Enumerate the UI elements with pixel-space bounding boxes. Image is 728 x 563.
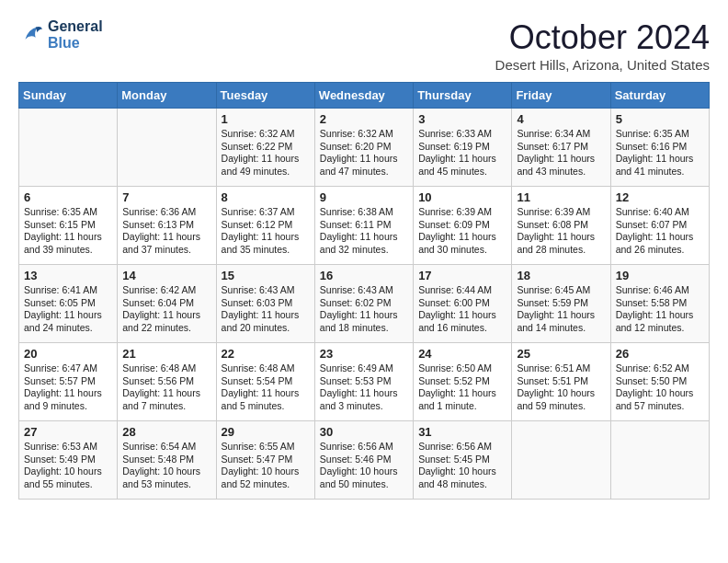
cell-text: Daylight: 11 hours and 39 minutes. [24,231,112,256]
day-number: 12 [616,190,704,204]
cell-text: Sunrise: 6:38 AM [320,206,408,219]
cell-text: Sunset: 5:50 PM [616,375,704,388]
calendar-cell: 4Sunrise: 6:34 AMSunset: 6:17 PMDaylight… [512,109,610,187]
cell-text: Daylight: 11 hours and 22 minutes. [122,309,210,334]
cell-text: Daylight: 10 hours and 59 minutes. [517,387,605,412]
calendar-cell: 2Sunrise: 6:32 AMSunset: 6:20 PMDaylight… [314,109,413,187]
cell-text: Sunrise: 6:40 AM [616,206,704,219]
cell-text: Sunset: 5:47 PM [222,454,310,466]
calendar-cell: 16Sunrise: 6:43 AMSunset: 6:02 PMDayligh… [314,265,413,343]
cell-text: Sunrise: 6:43 AM [320,284,408,297]
cell-text: Sunrise: 6:41 AM [24,284,112,297]
day-number: 7 [122,190,210,204]
cell-text: Sunrise: 6:34 AM [517,128,605,141]
calendar-cell: 27Sunrise: 6:53 AMSunset: 5:49 PMDayligh… [19,421,118,500]
calendar-cell: 23Sunrise: 6:49 AMSunset: 5:53 PMDayligh… [314,343,413,421]
cell-text: Daylight: 11 hours and 16 minutes. [418,309,506,334]
cell-text: Sunset: 5:48 PM [122,454,210,466]
cell-text: Sunrise: 6:39 AM [517,206,605,219]
cell-text: Sunrise: 6:55 AM [222,441,310,454]
calendar-cell [118,109,216,187]
cell-text: Sunrise: 6:32 AM [222,128,310,141]
cell-text: Sunrise: 6:52 AM [616,362,704,375]
cell-text: Daylight: 10 hours and 48 minutes. [418,465,506,490]
day-number: 13 [24,269,112,282]
cell-text: Daylight: 11 hours and 5 minutes. [222,387,310,412]
cell-text: Sunset: 6:13 PM [122,219,210,232]
cell-text: Sunset: 6:05 PM [24,297,112,310]
cell-text: Sunset: 5:54 PM [222,375,310,388]
cell-text: Sunrise: 6:46 AM [616,284,704,297]
calendar-week-row: 20Sunrise: 6:47 AMSunset: 5:57 PMDayligh… [19,343,710,421]
day-number: 15 [222,269,310,282]
cell-text: Daylight: 10 hours and 57 minutes. [616,387,704,412]
cell-text: Sunset: 5:46 PM [320,454,408,466]
weekday-header: Tuesday [216,83,314,109]
day-number: 29 [222,425,310,439]
cell-text: Sunrise: 6:42 AM [122,284,210,297]
cell-text: Daylight: 10 hours and 55 minutes. [24,465,112,490]
calendar-week-row: 6Sunrise: 6:35 AMSunset: 6:15 PMDaylight… [19,187,710,265]
cell-text: Sunset: 5:52 PM [418,375,506,388]
calendar-cell: 5Sunrise: 6:35 AMSunset: 6:16 PMDaylight… [610,109,709,187]
calendar-cell [512,421,610,500]
calendar-cell: 24Sunrise: 6:50 AMSunset: 5:52 PMDayligh… [414,343,512,421]
logo-line1: General [48,18,103,35]
day-number: 26 [616,347,704,361]
calendar-week-row: 1Sunrise: 6:32 AMSunset: 6:22 PMDaylight… [19,109,710,187]
day-number: 31 [418,425,506,439]
day-number: 21 [122,347,210,361]
day-number: 24 [418,347,506,361]
calendar-cell: 25Sunrise: 6:51 AMSunset: 5:51 PMDayligh… [512,343,610,421]
cell-text: Daylight: 11 hours and 49 minutes. [222,153,310,178]
cell-text: Daylight: 11 hours and 3 minutes. [320,387,408,412]
cell-text: Sunset: 5:53 PM [320,375,408,388]
calendar-cell: 28Sunrise: 6:54 AMSunset: 5:48 PMDayligh… [118,421,216,500]
cell-text: Daylight: 11 hours and 28 minutes. [517,231,605,256]
cell-text: Daylight: 11 hours and 14 minutes. [517,309,605,334]
title-area: October 2024 Desert Hills, Arizona, Unit… [495,18,710,73]
cell-text: Sunset: 6:22 PM [222,141,310,154]
day-number: 11 [517,190,605,204]
cell-text: Daylight: 11 hours and 41 minutes. [616,153,704,178]
cell-text: Sunrise: 6:43 AM [222,284,310,297]
calendar-cell: 18Sunrise: 6:45 AMSunset: 5:59 PMDayligh… [512,265,610,343]
cell-text: Daylight: 11 hours and 45 minutes. [418,153,506,178]
cell-text: Daylight: 11 hours and 1 minute. [418,387,506,412]
cell-text: Sunrise: 6:53 AM [24,441,112,454]
day-number: 18 [517,269,605,282]
cell-text: Sunrise: 6:33 AM [418,128,506,141]
cell-text: Sunset: 5:57 PM [24,375,112,388]
cell-text: Sunset: 6:15 PM [24,219,112,232]
day-number: 9 [320,190,408,204]
cell-text: Sunset: 6:17 PM [517,141,605,154]
calendar-cell: 31Sunrise: 6:56 AMSunset: 5:45 PMDayligh… [414,421,512,500]
cell-text: Daylight: 11 hours and 18 minutes. [320,309,408,334]
calendar-cell: 14Sunrise: 6:42 AMSunset: 6:04 PMDayligh… [118,265,216,343]
weekday-header: Friday [512,83,610,109]
calendar-cell: 20Sunrise: 6:47 AMSunset: 5:57 PMDayligh… [19,343,118,421]
cell-text: Daylight: 11 hours and 12 minutes. [616,309,704,334]
cell-text: Sunrise: 6:37 AM [222,206,310,219]
cell-text: Daylight: 11 hours and 30 minutes. [418,231,506,256]
cell-text: Sunrise: 6:32 AM [320,128,408,141]
cell-text: Daylight: 11 hours and 20 minutes. [222,309,310,334]
page-header: General Blue October 2024 Desert Hills, … [18,18,710,73]
cell-text: Sunrise: 6:54 AM [122,441,210,454]
cell-text: Sunset: 5:51 PM [517,375,605,388]
cell-text: Sunrise: 6:51 AM [517,362,605,375]
cell-text: Sunrise: 6:35 AM [616,128,704,141]
calendar-cell: 22Sunrise: 6:48 AMSunset: 5:54 PMDayligh… [216,343,314,421]
day-number: 4 [517,112,605,126]
day-number: 8 [222,190,310,204]
calendar-subtitle: Desert Hills, Arizona, United States [495,57,710,73]
cell-text: Sunset: 6:08 PM [517,219,605,232]
cell-text: Daylight: 10 hours and 50 minutes. [320,465,408,490]
logo-line2: Blue [48,35,103,52]
cell-text: Sunrise: 6:49 AM [320,362,408,375]
day-number: 5 [616,112,704,126]
logo: General Blue [18,18,103,52]
cell-text: Daylight: 10 hours and 52 minutes. [222,465,310,490]
calendar-cell: 6Sunrise: 6:35 AMSunset: 6:15 PMDaylight… [19,187,118,265]
day-number: 30 [320,425,408,439]
